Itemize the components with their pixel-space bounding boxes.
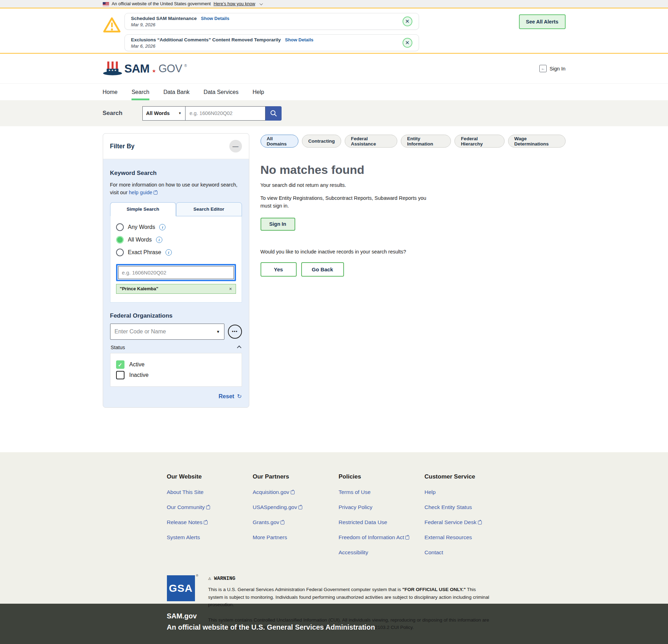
main-content: Filter By — Keyword Search For more info… [0,126,668,452]
alert-date: Mar 9, 2026 [131,22,403,27]
radio-all-words-label: All Words [128,237,152,243]
footer-heading-policies: Policies [339,473,425,480]
warning-text: This is a U.S. General Services Administ… [208,587,403,592]
external-link-icon [206,506,210,509]
footer-link-terms-of-use[interactable]: Terms of Use [339,489,425,495]
remove-chip-icon[interactable]: × [229,286,232,292]
gov-banner: An official website of the United States… [0,0,668,8]
main-nav: Home Search Data Bank Data Services Help [0,83,668,100]
keyword-input-focus-ring [116,264,236,281]
show-details-link[interactable]: Show Details [201,16,229,21]
footer-link-label: USASpending.gov [253,504,297,510]
domain-chip-wage-determinations[interactable]: Wage Determinations [508,135,566,148]
radio-exact-phrase-label: Exact Phrase [128,249,161,256]
sign-in-button[interactable]: Sign In [261,218,295,231]
info-icon[interactable]: i [159,224,166,230]
warning-triangle-icon [103,16,121,33]
footer-link-usaspending-gov[interactable]: USASpending.gov [253,504,339,510]
footer-link-release-notes[interactable]: Release Notes [167,519,253,526]
nav-item-help[interactable]: Help [252,84,264,100]
gov-banner-text: An official website of the United States… [112,1,211,6]
sam-gov-logo[interactable]: ★ ★ ★ SAM ★ GOV ® [103,61,187,77]
footer-link-acquisition-gov[interactable]: Acquisition.gov [253,489,339,495]
external-link-icon [154,191,157,195]
tab-simple-search[interactable]: Simple Search [110,202,176,216]
status-active-row[interactable]: ✓ Active [116,360,236,369]
footer-link-label: Release Notes [167,519,203,525]
see-all-alerts-button[interactable]: See All Alerts [519,14,566,29]
status-active-label: Active [129,361,145,368]
external-link-icon [281,521,284,524]
footer-link-external-resources[interactable]: External Resources [425,534,511,541]
radio-exact-phrase[interactable] [116,249,124,256]
footer-link-accessibility[interactable]: Accessibility [339,549,425,556]
external-link-icon [298,506,302,509]
domain-chip-contracting[interactable]: Contracting [302,135,341,148]
chevron-up-icon[interactable] [237,346,241,350]
footer-link-label: Federal Service Desk [425,519,477,525]
footer-link-foia[interactable]: Freedom of Information Act [339,534,425,541]
footer-heading-our-website: Our Website [167,473,253,480]
nav-item-search[interactable]: Search [131,84,149,100]
footer-heading-customer-service: Customer Service [425,473,511,480]
footer-link-system-alerts[interactable]: System Alerts [167,534,253,541]
search-icon [270,110,277,117]
yes-button[interactable]: Yes [261,262,297,277]
external-link-icon [405,536,409,540]
gsa-logo: GSA [167,575,195,601]
checkbox-inactive[interactable] [116,371,124,379]
info-icon[interactable]: i [166,249,172,256]
radio-all-words[interactable] [116,236,124,244]
domain-chip-entity-information[interactable]: Entity Information [401,135,451,148]
footer-link-help[interactable]: Help [425,489,511,495]
close-icon[interactable]: ✕ [403,38,412,48]
ellipsis-icon[interactable]: ••• [228,325,242,339]
warning-paragraph-1: This is a U.S. General Services Administ… [208,586,492,609]
status-inactive-row[interactable]: Inactive [116,371,236,379]
search-mode-dropdown[interactable]: All Words ▼ [142,106,185,121]
collapse-icon[interactable]: — [229,140,242,152]
status-section-label: Status [111,345,125,350]
footer-link-about-this-site[interactable]: About This Site [167,489,253,495]
domain-chip-federal-hierarchy[interactable]: Federal Hierarchy [454,135,504,148]
footer-link-more-partners[interactable]: More Partners [253,534,339,541]
checkbox-active[interactable]: ✓ [116,360,124,369]
top-search-input[interactable] [185,106,265,121]
go-back-button[interactable]: Go Back [301,262,344,277]
radio-any-words[interactable] [116,223,124,231]
keyword-chip-label: "Prince Kalemba" [120,286,158,291]
info-icon[interactable]: i [156,237,162,243]
footer-link-our-community[interactable]: Our Community [167,504,253,510]
footer-link-check-entity-status[interactable]: Check Entity Status [425,504,511,510]
federal-orgs-input[interactable] [110,324,224,340]
radio-any-words-label: Any Words [128,224,155,230]
close-icon[interactable]: ✕ [403,16,412,26]
nav-item-home[interactable]: Home [103,84,118,100]
footer-link-federal-service-desk[interactable]: Federal Service Desk [425,519,511,526]
search-button[interactable] [265,106,282,121]
nav-item-data-bank[interactable]: Data Bank [163,84,190,100]
footer-link-label: Our Community [167,504,205,510]
nav-item-data-services[interactable]: Data Services [204,84,239,100]
filter-panel: Filter By — Keyword Search For more info… [103,133,249,408]
domain-chip-all-domains[interactable]: All Domains [261,135,299,148]
footer-link-privacy-policy[interactable]: Privacy Policy [339,504,425,510]
help-guide-link[interactable]: help guide [129,190,153,195]
reset-icon[interactable]: ↻ [237,393,242,400]
header-sign-in-link[interactable]: ← Sign In [539,65,565,72]
footer-link-contact[interactable]: Contact [425,549,511,556]
footer-link-grants-gov[interactable]: Grants.gov [253,519,339,526]
keyword-search-input[interactable] [118,266,234,279]
footer-link-restricted-data-use[interactable]: Restricted Data Use [339,519,425,526]
sign-in-required-text: To view Entity Registrations, Subcontrac… [261,194,436,210]
tab-search-editor[interactable]: Search Editor [176,202,242,216]
footer-link-label: Freedom of Information Act [339,534,404,540]
dark-footer-subtitle: An official website of the U.S. General … [167,623,566,631]
how-you-know-link[interactable]: Here’s how you know [214,1,255,6]
reset-link[interactable]: Reset [218,393,234,400]
search-mode-value: All Words [146,110,170,116]
footer: Our Website About This Site Our Communit… [0,452,668,604]
domain-chip-federal-assistance[interactable]: Federal Assistance [345,135,397,148]
us-flag-icon [103,2,109,6]
show-details-link[interactable]: Show Details [285,37,313,42]
